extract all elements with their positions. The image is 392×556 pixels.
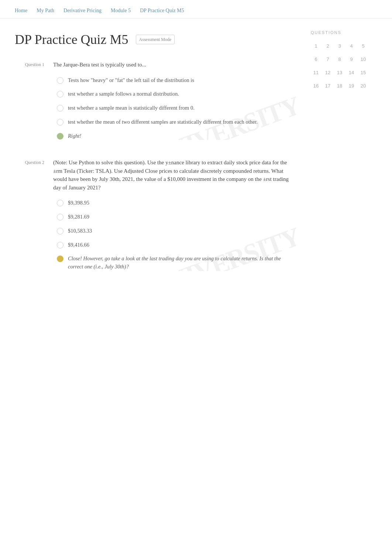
questions-grid: 1 2 3 4 5 6 7 8 9 10 11 12 13 14 15 16 1…	[311, 41, 377, 91]
question-1-label: Question 1	[15, 61, 44, 140]
answer-option[interactable]: Tests how "heavy" or "fat" the left tail…	[57, 76, 296, 85]
answer-text: Tests how "heavy" or "fat" the left tail…	[68, 76, 194, 85]
question-nav-8[interactable]: 8	[334, 54, 345, 65]
question-nav-19[interactable]: 19	[346, 81, 357, 91]
question-nav-2[interactable]: 2	[323, 41, 333, 51]
question-nav-7[interactable]: 7	[323, 54, 333, 65]
question-2-text: (Note: Use Python to solve this question…	[53, 158, 296, 192]
question-nav-9[interactable]: 9	[346, 54, 357, 65]
answer-option[interactable]: $9,416.66	[57, 241, 296, 249]
answer-indicator	[57, 200, 63, 206]
question-nav-20[interactable]: 20	[358, 81, 368, 91]
breadcrumb-mypath[interactable]: My Path	[37, 7, 54, 14]
answer-text-feedback: Close! However, go take a look at the la…	[68, 255, 296, 271]
question-nav-4[interactable]: 4	[346, 41, 357, 51]
questions-header: QUESTIONS	[311, 30, 377, 36]
answer-option[interactable]: $10,583.33	[57, 227, 296, 235]
question-nav-1[interactable]: 1	[311, 41, 321, 51]
breadcrumb-quiz[interactable]: DP Practice Quiz M5	[140, 7, 184, 14]
answer-text: $9,398.95	[68, 199, 89, 207]
breadcrumb-sep-3	[104, 7, 108, 14]
question-nav-18[interactable]: 18	[334, 81, 345, 91]
answer-text: $9,416.66	[68, 241, 89, 249]
answer-indicator	[57, 242, 63, 248]
assessment-badge: Assessment Mode	[136, 35, 175, 44]
breadcrumb-home[interactable]: Home	[15, 7, 27, 14]
breadcrumb: Home My Path Derivative Pricing Module 5…	[0, 0, 392, 18]
answer-text: test whether a sample follows a normal d…	[68, 90, 179, 98]
answer-indicator-selected	[57, 133, 63, 140]
answer-indicator	[57, 77, 63, 84]
answer-text-feedback: Right!	[68, 132, 81, 140]
answer-option[interactable]: Close! However, go take a look at the la…	[57, 255, 296, 271]
answer-text: test whether the mean of two different s…	[68, 118, 258, 126]
answer-indicator	[57, 119, 63, 126]
question-nav-10[interactable]: 10	[358, 54, 368, 65]
answer-indicator-selected	[57, 255, 63, 262]
question-1-options: Tests how "heavy" or "fat" the left tail…	[57, 76, 296, 140]
answer-option[interactable]: test whether the mean of two different s…	[57, 118, 296, 126]
question-nav-11[interactable]: 11	[311, 68, 321, 78]
breadcrumb-sep-2	[57, 7, 61, 14]
answer-indicator	[57, 214, 63, 220]
question-nav-12[interactable]: 12	[323, 68, 333, 78]
sidebar: QUESTIONS 1 2 3 4 5 6 7 8 9 10 11 12 13 …	[311, 30, 377, 289]
question-2-options: $9,398.95 $9,281.69 $10,583.33	[57, 199, 296, 271]
question-nav-15[interactable]: 15	[358, 68, 368, 78]
question-nav-6[interactable]: 6	[311, 54, 321, 65]
question-1-text: The Jarque-Bera test is typically used t…	[53, 61, 296, 69]
breadcrumb-sep-1	[30, 7, 34, 14]
question-nav-17[interactable]: 17	[323, 81, 333, 91]
answer-text: $9,281.69	[68, 213, 89, 221]
question-1-content: The Jarque-Bera test is typically used t…	[53, 61, 296, 140]
answer-indicator	[57, 91, 63, 97]
answer-indicator	[57, 105, 63, 111]
answer-text: test whether a sample mean is statistica…	[68, 104, 195, 112]
question-nav-16[interactable]: 16	[311, 81, 321, 91]
answer-option[interactable]: Right!	[57, 132, 296, 140]
answer-indicator	[57, 228, 63, 234]
page-header: DP Practice Quiz M5 Assessment Mode	[15, 30, 296, 49]
question-nav-13[interactable]: 13	[334, 68, 345, 78]
main-content: DP Practice Quiz M5 Assessment Mode UNIV…	[15, 30, 296, 289]
question-2-block: UNIVERSITY Question 2 (Note: Use Python …	[15, 158, 296, 271]
question-1-block: UNIVERSITY Question 1 The Jarque-Bera te…	[15, 61, 296, 140]
question-2-content: (Note: Use Python to solve this question…	[53, 158, 296, 271]
question-nav-3[interactable]: 3	[334, 41, 345, 51]
breadcrumb-sep-4	[134, 7, 137, 14]
answer-text: $10,583.33	[68, 227, 92, 235]
question-nav-14[interactable]: 14	[346, 68, 357, 78]
page-title: DP Practice Quiz M5	[15, 30, 128, 49]
answer-option[interactable]: test whether a sample mean is statistica…	[57, 104, 296, 112]
breadcrumb-derivative[interactable]: Derivative Pricing	[63, 7, 102, 14]
breadcrumb-module5[interactable]: Module 5	[111, 7, 131, 14]
answer-option[interactable]: $9,281.69	[57, 213, 296, 221]
answer-option[interactable]: $9,398.95	[57, 199, 296, 207]
question-2-label: Question 2	[15, 158, 44, 271]
question-nav-5[interactable]: 5	[358, 41, 368, 51]
answer-option[interactable]: test whether a sample follows a normal d…	[57, 90, 296, 98]
